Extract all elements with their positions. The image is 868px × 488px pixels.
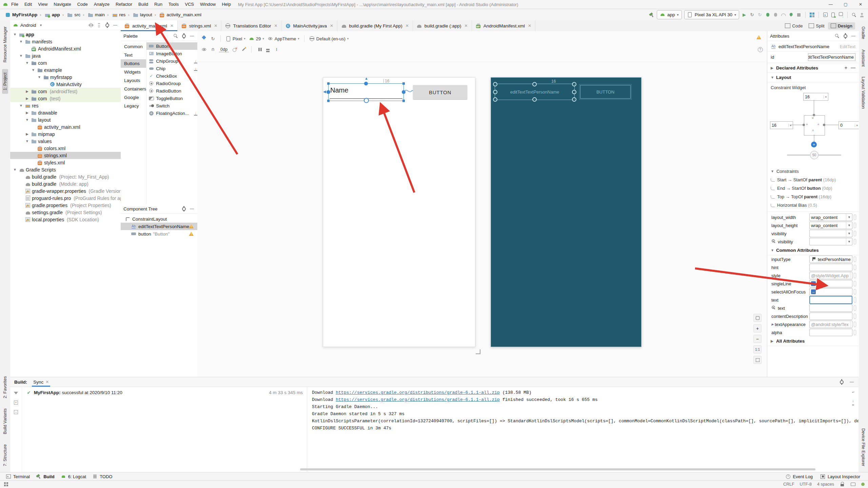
attribute-value-field[interactable]: – textPersonName ▼: [809, 256, 852, 263]
tool-strip-button[interactable]: Layout Validation: [860, 73, 866, 112]
constraints-header[interactable]: ▼ Constraints: [767, 167, 859, 176]
tool-window-button[interactable]: 6: Logcat: [58, 472, 90, 481]
constraint-anchor-top[interactable]: [364, 82, 368, 85]
constraint-anchor[interactable]: [532, 82, 537, 86]
toolbar-action-icon[interactable]: [773, 12, 778, 18]
constraint-row[interactable]: Start → StartOf parent (16dp): [767, 176, 859, 184]
attribute-value-field[interactable]: ▼: [809, 230, 852, 237]
palette-category[interactable]: Layouts: [121, 76, 146, 85]
tab-close-icon[interactable]: ✕: [406, 23, 409, 28]
palette-category[interactable]: Legacy: [121, 102, 146, 110]
pan-icon[interactable]: [753, 314, 762, 322]
project-tree-row[interactable]: AndroidManifest.xml: [10, 45, 121, 52]
zoom-100-button[interactable]: 1:1: [753, 345, 762, 353]
remove-attribute-icon[interactable]: —: [851, 65, 855, 70]
tree-twisty-icon[interactable]: ▼: [18, 104, 24, 107]
menu-item[interactable]: Build: [135, 0, 151, 9]
project-tree-row[interactable]: gradle.properties (Project Properties): [10, 202, 121, 209]
attribute-flag-toggle[interactable]: [854, 305, 856, 311]
editor-tab[interactable]: activity_main.xml ✕: [121, 20, 178, 31]
palette-category[interactable]: Common: [121, 42, 146, 51]
constraint-anchor[interactable]: [532, 97, 537, 102]
project-tree-row[interactable]: activity_main.xml: [10, 123, 121, 130]
toolbar-action-icon[interactable]: [859, 12, 865, 18]
constraint-row[interactable]: Top → TopOf parent (16dp): [767, 192, 859, 201]
palette-category[interactable]: Containers: [121, 85, 146, 93]
mode-toggle-item[interactable]: Code: [782, 22, 805, 29]
toolbar-action-icon[interactable]: [796, 12, 802, 18]
constraint-anchor[interactable]: [572, 82, 576, 86]
blueprint-edittext-widget[interactable]: editTextTextPersonName: [495, 84, 575, 100]
hide-panel-icon[interactable]: [189, 33, 195, 39]
tab-close-icon[interactable]: ✕: [330, 23, 333, 28]
tree-twisty-icon[interactable]: ▼: [37, 75, 42, 79]
project-tree-row[interactable]: strings.xml: [10, 152, 121, 159]
infer-constraints-icon[interactable]: [241, 47, 246, 52]
tree-twisty-icon[interactable]: ▼: [18, 40, 24, 43]
build-result-row[interactable]: MyFirstApp: successful at 2020/9/10 11:2…: [26, 390, 303, 395]
scroll-to-end-icon[interactable]: [850, 399, 856, 404]
toolbar-action-icon[interactable]: [788, 12, 794, 18]
api-version-select[interactable]: 29▾: [249, 36, 264, 41]
project-tree-row[interactable]: ▶ drawable: [10, 109, 121, 116]
toolbar-action-icon[interactable]: [781, 12, 786, 18]
editor-tab[interactable]: MainActivity.java ✕: [282, 20, 338, 31]
attribute-flag-toggle[interactable]: [854, 322, 856, 327]
tree-twisty-icon[interactable]: ▼: [12, 168, 18, 171]
attribute-flag-toggle[interactable]: [854, 231, 856, 236]
tool-strip-button[interactable]: Gradle: [860, 23, 866, 43]
palette-item[interactable]: FloatingAction...: [146, 109, 197, 117]
menu-item[interactable]: Tools: [165, 0, 182, 9]
select-opened-file-icon[interactable]: [88, 22, 94, 28]
attribute-flag-toggle[interactable]: [854, 215, 856, 220]
breadcrumb-item[interactable]: main: [81, 12, 105, 18]
project-tree-row[interactable]: ▼ myfirstapp: [10, 74, 121, 81]
add-vertical-constraint-icon[interactable]: +: [811, 142, 817, 147]
menu-item[interactable]: Code: [74, 0, 91, 9]
palette-item[interactable]: RadioButton: [146, 87, 197, 95]
palette-item[interactable]: ToggleButton: [146, 95, 197, 102]
screen-icon[interactable]: [850, 482, 856, 487]
component-tree-row[interactable]: button "Button": [121, 230, 197, 238]
zoom-to-fit-icon[interactable]: [753, 356, 762, 364]
filter-icon[interactable]: [13, 390, 19, 396]
design-surface[interactable]: 16 Name ◀ ▲ BUTT: [197, 60, 767, 377]
menu-item[interactable]: VCS: [182, 0, 197, 9]
locale-select[interactable]: Default (en-us)▾: [309, 36, 349, 41]
toolbar-action-icon[interactable]: [838, 12, 844, 18]
attribute-value-field[interactable]: – ▼: [809, 329, 852, 336]
palette-category[interactable]: Buttons: [121, 59, 146, 68]
attribute-value-field[interactable]: – @style/Widget.App ▼: [809, 272, 852, 279]
tree-twisty-icon[interactable]: ▼: [24, 61, 30, 65]
tree-twisty-icon[interactable]: ▶: [24, 89, 30, 93]
attribute-flag-toggle[interactable]: [854, 223, 856, 228]
project-tree-row[interactable]: ▼ values: [10, 138, 121, 145]
toolbar-action-icon[interactable]: [830, 12, 836, 18]
component-tree-row[interactable]: editTextTextPersonName: [121, 223, 197, 230]
toolbar-action-icon[interactable]: [765, 12, 770, 18]
attribute-value-field[interactable]: – ▼: [809, 296, 852, 304]
pack-icon[interactable]: [256, 47, 262, 52]
constraint-anchor[interactable]: [493, 82, 497, 86]
toolbar-action-icon[interactable]: [757, 12, 763, 18]
attribute-flag-toggle[interactable]: [854, 330, 856, 335]
view-options-icon[interactable]: [201, 47, 207, 52]
gear-icon[interactable]: [181, 206, 186, 211]
attribute-value-field[interactable]: wrap_content ▼: [809, 222, 852, 229]
palette-item[interactable]: Button: [146, 42, 197, 50]
device-in-editor-select[interactable]: Pixel▾: [225, 36, 245, 41]
project-tree-row[interactable]: ▼ com: [10, 59, 121, 66]
project-tree-row[interactable]: local.properties (SDK Location): [10, 216, 121, 223]
resize-handle[interactable]: [327, 100, 330, 102]
tool-window-button[interactable]: Terminal: [3, 472, 33, 481]
project-tree-row[interactable]: MainActivity: [10, 81, 121, 88]
search-icon[interactable]: [173, 33, 178, 39]
id-input[interactable]: editTextTextPersonName: [808, 53, 855, 61]
tree-twisty-icon[interactable]: ▼: [24, 139, 30, 143]
constraint-anchor[interactable]: [572, 97, 576, 102]
project-tree-row[interactable]: ▶ com (androidTest): [10, 88, 121, 95]
tree-twisty-icon[interactable]: ▼: [31, 68, 36, 72]
guidelines-icon[interactable]: [274, 47, 279, 52]
tool-window-button[interactable]: Layout Inspector: [817, 474, 863, 479]
attribute-value-field[interactable]: ▼: [809, 238, 852, 245]
